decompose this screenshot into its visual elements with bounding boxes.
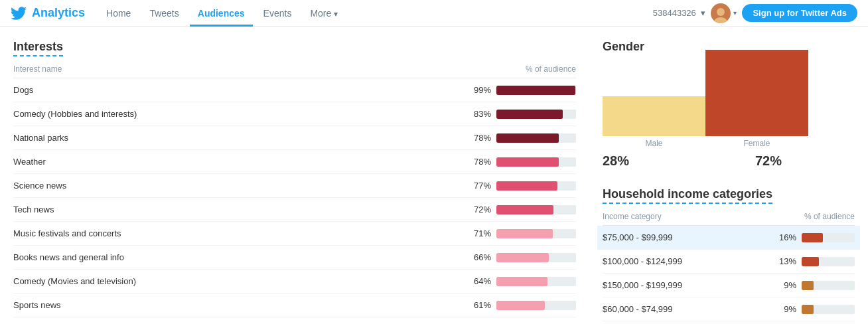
gender-female-pct: 72%	[755, 153, 855, 169]
interest-bar-fill	[496, 253, 549, 262]
account-id[interactable]: 538443326 ▾	[653, 8, 706, 18]
gender-male-bar	[603, 96, 705, 136]
nav-more[interactable]: More ▾	[302, 0, 346, 27]
interest-pct: 99%	[467, 85, 491, 95]
interest-right: 99%	[467, 85, 576, 95]
nav-links: Home Tweets Audiences Events More ▾	[98, 0, 346, 27]
interest-row: Tech news 72%	[13, 198, 576, 222]
income-section: Household income categories Income categ…	[603, 187, 855, 321]
interest-right: 61%	[467, 300, 576, 310]
gender-chart: Male Female	[603, 62, 855, 148]
income-bar-fill	[802, 257, 819, 266]
interest-right: 64%	[467, 276, 576, 286]
nav-home[interactable]: Home	[98, 0, 139, 27]
interest-name: Science news	[13, 181, 226, 191]
brand-name: Analytics	[32, 6, 85, 20]
interest-bar-container	[496, 301, 576, 310]
gender-male-label: Male	[645, 139, 662, 148]
interest-row: Weather 78%	[13, 150, 576, 174]
income-bar-fill	[802, 305, 814, 314]
nav-right: 538443326 ▾ ▾ Sign up for Twitter Ads	[653, 3, 857, 23]
income-right: 9%	[776, 304, 855, 314]
interests-table-header: Interest name % of audience	[13, 58, 576, 78]
interests-title: Interests	[13, 40, 63, 56]
interest-bar-container	[496, 86, 576, 95]
gender-female-bar-wrap: Female	[705, 50, 808, 148]
interest-name: Comedy (Hobbies and interests)	[13, 109, 226, 119]
interest-pct: 83%	[467, 109, 491, 119]
income-bar-container	[802, 233, 855, 242]
gender-percentages: 28% 72%	[603, 153, 855, 169]
income-rows: $75,000 - $99,999 16% $100,000 - $124,99…	[603, 226, 855, 321]
nav-bar: Analytics Home Tweets Audiences Events M…	[0, 0, 868, 27]
interest-bar-fill	[496, 157, 559, 167]
interest-name: Music festivals and concerts	[13, 228, 226, 238]
interest-row: Comedy (Movies and television) 64%	[13, 270, 576, 293]
interest-bar-fill	[496, 110, 563, 119]
interest-row: Comedy (Hobbies and interests) 83%	[13, 102, 576, 126]
interest-right: 83%	[467, 109, 576, 119]
income-name: $75,000 - $99,999	[603, 232, 673, 242]
income-bar-container	[802, 305, 855, 314]
svg-point-1	[714, 17, 727, 23]
interest-bar-fill	[496, 301, 545, 310]
interest-pct: 72%	[467, 205, 491, 214]
income-name: $150,000 - $199,999	[603, 280, 682, 290]
signup-button[interactable]: Sign up for Twitter Ads	[742, 4, 857, 22]
interest-row: Sports news 61%	[13, 293, 576, 317]
svg-point-0	[717, 8, 725, 16]
avatar-caret-icon: ▾	[733, 9, 737, 17]
income-title: Household income categories	[603, 187, 772, 204]
interest-name: Sports news	[13, 300, 226, 310]
income-pct: 13%	[776, 256, 796, 266]
income-row: $60,000 - $74,999 9%	[603, 297, 855, 321]
interest-bar-container	[496, 205, 576, 214]
income-bar-container	[802, 257, 855, 266]
income-right: 13%	[776, 256, 855, 266]
twitter-logo	[11, 5, 27, 21]
more-arrow-icon: ▾	[334, 9, 338, 19]
income-bar-fill	[802, 233, 823, 242]
interest-right: 66%	[467, 252, 576, 262]
interest-pct: 61%	[467, 300, 491, 310]
interest-bar-container	[496, 181, 576, 191]
interest-pct: 64%	[467, 276, 491, 286]
nav-events[interactable]: Events	[255, 0, 300, 27]
interest-pct: 71%	[467, 228, 491, 238]
income-pct: 9%	[776, 304, 796, 314]
income-name: $100,000 - $124,999	[603, 256, 682, 266]
interests-col-name: Interest name	[13, 64, 62, 74]
interests-rows: Dogs 99% Comedy (Hobbies and interests) …	[13, 78, 576, 317]
income-row: $75,000 - $99,999 16%	[597, 226, 860, 250]
gender-male-pct: 28%	[603, 153, 702, 169]
interest-bar-container	[496, 277, 576, 286]
avatar-wrap[interactable]: ▾	[711, 3, 737, 23]
income-bar-fill	[802, 281, 814, 290]
interest-right: 78%	[467, 157, 576, 167]
interest-pct: 78%	[467, 133, 491, 143]
interest-right: 77%	[467, 181, 576, 191]
interest-right: 72%	[467, 205, 576, 214]
income-right: 16%	[776, 232, 855, 242]
interest-name: Weather	[13, 157, 226, 167]
interest-row: Books news and general info 66%	[13, 246, 576, 270]
avatar	[711, 3, 731, 23]
interests-col-pct: % of audience	[526, 64, 576, 74]
nav-tweets[interactable]: Tweets	[141, 0, 186, 27]
income-right: 9%	[776, 280, 855, 290]
interest-name: Tech news	[13, 205, 226, 214]
interest-pct: 77%	[467, 181, 491, 191]
interest-right: 71%	[467, 228, 576, 238]
gender-section: Gender Male Female 28% 72%	[603, 40, 855, 169]
interest-name: Dogs	[13, 85, 226, 95]
interest-pct: 78%	[467, 157, 491, 167]
interest-pct: 66%	[467, 252, 491, 262]
interest-name: National parks	[13, 133, 226, 143]
interest-bar-container	[496, 110, 576, 119]
income-pct: 9%	[776, 280, 796, 290]
nav-audiences[interactable]: Audiences	[190, 0, 253, 27]
interest-bar-fill	[496, 133, 559, 143]
income-pct: 16%	[776, 232, 796, 242]
interest-bar-fill	[496, 229, 553, 238]
interest-bar-fill	[496, 181, 557, 191]
